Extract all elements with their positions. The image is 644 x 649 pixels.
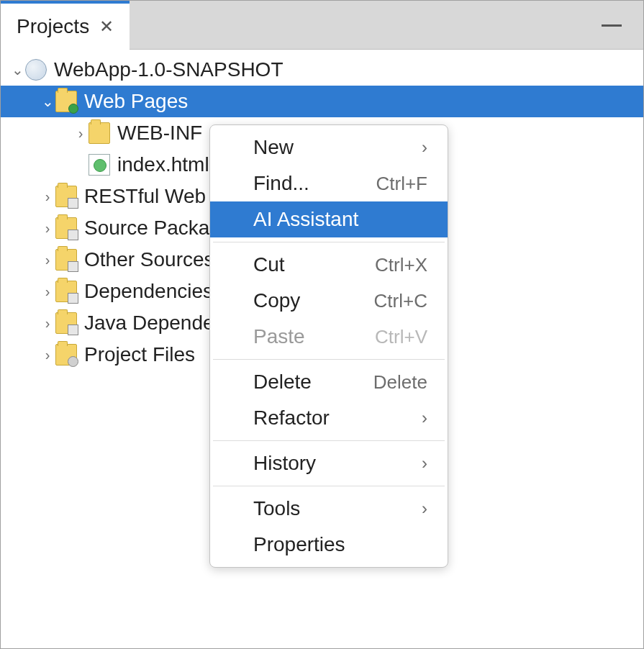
menu-copy-shortcut: Ctrl+C (374, 290, 427, 312)
menu-copy[interactable]: Copy Ctrl+C (210, 283, 448, 319)
chevron-right-icon[interactable]: › (40, 220, 55, 237)
chevron-right-icon[interactable]: › (40, 283, 55, 300)
menu-separator (213, 359, 445, 360)
folder-icon (55, 91, 77, 112)
panel-tabbar: Projects ✕ (1, 1, 643, 50)
folder-icon (55, 186, 77, 207)
chevron-right-icon[interactable]: › (40, 189, 55, 205)
menu-separator (213, 440, 445, 441)
chevron-right-icon: › (422, 453, 427, 473)
menu-paste: Paste Ctrl+V (210, 319, 448, 355)
menu-paste-label: Paste (253, 325, 305, 348)
projects-tab[interactable]: Projects ✕ (1, 1, 130, 50)
chevron-down-icon[interactable]: ⌄ (40, 93, 55, 110)
tree-root-label: WebApp-1.0-SNAPSHOT (54, 58, 284, 81)
folder-icon (55, 344, 77, 366)
menu-cut[interactable]: Cut Ctrl+X (210, 247, 448, 283)
chevron-right-icon[interactable]: › (73, 125, 89, 142)
menu-history[interactable]: History › (210, 445, 448, 481)
folder-icon (55, 249, 77, 271)
menu-delete-shortcut: Delete (373, 371, 427, 394)
folder-icon (55, 217, 77, 239)
menu-new[interactable]: New › (210, 130, 448, 165)
tree-webpages-label: Web Pages (84, 90, 188, 113)
chevron-right-icon[interactable]: › (40, 347, 55, 363)
tree-othersrc-label: Other Sources (84, 248, 214, 271)
menu-ai-label: AI Assistant (253, 208, 358, 231)
menu-tools-label: Tools (253, 497, 300, 520)
menu-new-label: New (253, 136, 294, 159)
menu-find-shortcut: Ctrl+F (376, 173, 428, 195)
menu-find-label: Find... (253, 172, 309, 195)
chevron-right-icon: › (422, 137, 427, 158)
menu-cut-label: Cut (253, 253, 285, 276)
chevron-right-icon[interactable]: › (40, 252, 55, 268)
tree-root[interactable]: ⌄ WebApp-1.0-SNAPSHOT (1, 54, 643, 86)
menu-cut-shortcut: Ctrl+X (375, 254, 427, 276)
context-menu: New › Find... Ctrl+F AI Assistant Cut Ct… (209, 124, 448, 568)
chevron-right-icon: › (422, 499, 427, 519)
menu-copy-label: Copy (253, 289, 300, 312)
tree-index-label: index.html (117, 153, 209, 176)
folder-icon (55, 312, 77, 334)
menu-separator (213, 486, 445, 486)
chevron-right-icon: › (422, 408, 427, 428)
folder-icon (55, 281, 77, 302)
menu-paste-shortcut: Ctrl+V (375, 326, 427, 348)
menu-tools[interactable]: Tools › (210, 491, 448, 527)
projects-tab-title: Projects (17, 15, 89, 38)
menu-find[interactable]: Find... Ctrl+F (210, 165, 448, 201)
tree-webinf-label: WEB-INF (117, 122, 202, 145)
globe-icon (25, 59, 47, 81)
menu-refactor-label: Refactor (253, 407, 330, 430)
menu-history-label: History (253, 452, 316, 475)
menu-refactor[interactable]: Refactor › (210, 400, 448, 436)
window-actions (602, 17, 622, 30)
tree-projfiles-label: Project Files (84, 343, 195, 366)
menu-delete[interactable]: Delete Delete (210, 364, 448, 400)
file-icon (89, 154, 110, 176)
tree-webpages[interactable]: ⌄ Web Pages (1, 86, 643, 117)
minimize-icon[interactable] (602, 24, 622, 27)
menu-properties[interactable]: Properties (210, 527, 448, 563)
menu-ai-assistant[interactable]: AI Assistant (210, 201, 448, 237)
chevron-right-icon[interactable]: › (40, 315, 55, 332)
menu-separator (213, 242, 445, 242)
close-icon[interactable]: ✕ (96, 17, 117, 37)
menu-properties-label: Properties (253, 533, 345, 556)
chevron-down-icon[interactable]: ⌄ (9, 61, 25, 78)
tree-deps-label: Dependencies (84, 280, 213, 303)
folder-icon (89, 122, 110, 144)
menu-delete-label: Delete (253, 371, 312, 394)
